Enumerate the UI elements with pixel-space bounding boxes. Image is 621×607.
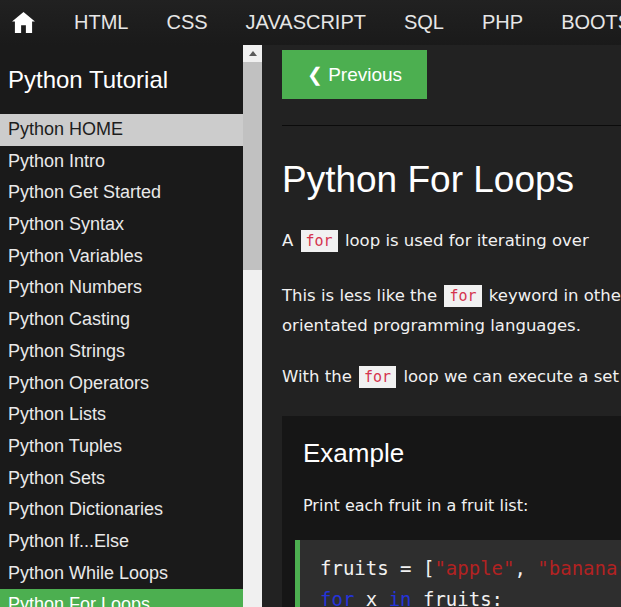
topnav-items: HTMLCSSJAVASCRIPTSQLPHPBOOTSTRAP bbox=[35, 11, 621, 34]
scroll-up-button[interactable] bbox=[243, 45, 262, 62]
code-string: "banana" bbox=[537, 557, 621, 579]
sidebar-item-python-strings[interactable]: Python Strings bbox=[0, 336, 243, 368]
previous-button[interactable]: ❮ Previous bbox=[282, 50, 427, 99]
content-area: Python Tutorial Python HOMEPython IntroP… bbox=[0, 45, 621, 607]
code-block: fruits = ["apple", "banana", "cherry"]fo… bbox=[295, 540, 621, 607]
code-line: for x in fruits: bbox=[320, 584, 621, 607]
divider-line bbox=[282, 125, 621, 126]
top-navigation-bar: HTMLCSSJAVASCRIPTSQLPHPBOOTSTRAP bbox=[0, 0, 621, 45]
sidebar-item-python-syntax[interactable]: Python Syntax bbox=[0, 209, 243, 241]
paragraph-line: A for loop is used for iterating over bbox=[282, 226, 621, 256]
sidebar-item-python-home[interactable]: Python HOME bbox=[0, 114, 243, 146]
intro-paragraphs: A for loop is used for iterating overThi… bbox=[282, 226, 621, 392]
topnav-item-bootstrap[interactable]: BOOTSTRAP bbox=[542, 11, 621, 34]
code-keyword: for bbox=[320, 588, 354, 607]
paragraph-line: orientated programming languages. bbox=[282, 311, 621, 340]
home-icon bbox=[12, 12, 35, 33]
sidebar-title: Python Tutorial bbox=[8, 62, 243, 98]
sidebar-scrollbar[interactable] bbox=[243, 45, 262, 607]
paragraph: This is less like the for keyword in oth… bbox=[282, 281, 621, 340]
topnav-item-javascript[interactable]: JAVASCRIPT bbox=[227, 11, 385, 34]
sidebar-item-python-variables[interactable]: Python Variables bbox=[0, 241, 243, 273]
page-title: Python For Loops bbox=[282, 158, 621, 202]
sidebar-item-python-numbers[interactable]: Python Numbers bbox=[0, 272, 243, 304]
code-line: fruits = ["apple", "banana", "cherry"] bbox=[320, 553, 621, 584]
example-panel: Example Print each fruit in a fruit list… bbox=[282, 416, 621, 607]
paragraph-line: With the for loop we can execute a set o… bbox=[282, 362, 621, 392]
code-text: fruits = [ bbox=[320, 557, 434, 579]
sidebar-item-python-tuples[interactable]: Python Tuples bbox=[0, 431, 243, 463]
codespan: for bbox=[359, 366, 396, 388]
code-string: "apple" bbox=[434, 557, 514, 579]
topnav-item-css[interactable]: CSS bbox=[147, 11, 226, 34]
sidebar-item-python-sets[interactable]: Python Sets bbox=[0, 463, 243, 495]
paragraph: A for loop is used for iterating over bbox=[282, 226, 621, 256]
codespan: for bbox=[444, 285, 481, 307]
sidebar-tutorial-menu: Python Tutorial Python HOMEPython IntroP… bbox=[0, 45, 243, 607]
paragraph: With the for loop we can execute a set o… bbox=[282, 362, 621, 392]
code-text: , bbox=[514, 557, 537, 579]
sidebar-item-python-lists[interactable]: Python Lists bbox=[0, 399, 243, 431]
sidebar-item-python-dictionaries[interactable]: Python Dictionaries bbox=[0, 494, 243, 526]
code-text: fruits: bbox=[412, 588, 504, 607]
scrollbar-thumb[interactable] bbox=[243, 62, 262, 270]
sidebar-item-python-casting[interactable]: Python Casting bbox=[0, 304, 243, 336]
code-text: x bbox=[354, 588, 388, 607]
scroll-up-arrow-icon bbox=[249, 51, 257, 56]
sidebar-item-python-operators[interactable]: Python Operators bbox=[0, 368, 243, 400]
paragraph-line: This is less like the for keyword in oth… bbox=[282, 281, 621, 311]
topnav-item-html[interactable]: HTML bbox=[55, 11, 147, 34]
sidebar-item-python-get-started[interactable]: Python Get Started bbox=[0, 177, 243, 209]
sidebar-item-python-if-else[interactable]: Python If...Else bbox=[0, 526, 243, 558]
sidebar-item-python-for-loops[interactable]: Python For Loops bbox=[0, 589, 243, 607]
topnav-item-sql[interactable]: SQL bbox=[385, 11, 463, 34]
topnav-item-php[interactable]: PHP bbox=[463, 11, 542, 34]
example-title: Example bbox=[303, 436, 621, 470]
code-keyword: in bbox=[389, 588, 412, 607]
sidebar-item-python-while-loops[interactable]: Python While Loops bbox=[0, 558, 243, 590]
main-content: ❮ Previous Python For Loops A for loop i… bbox=[262, 45, 621, 607]
codespan: for bbox=[301, 230, 338, 252]
sidebar-item-python-intro[interactable]: Python Intro bbox=[0, 146, 243, 178]
sidebar-items: Python HOMEPython IntroPython Get Starte… bbox=[0, 114, 243, 607]
home-link[interactable] bbox=[12, 12, 35, 33]
example-description: Print each fruit in a fruit list: bbox=[303, 496, 621, 516]
